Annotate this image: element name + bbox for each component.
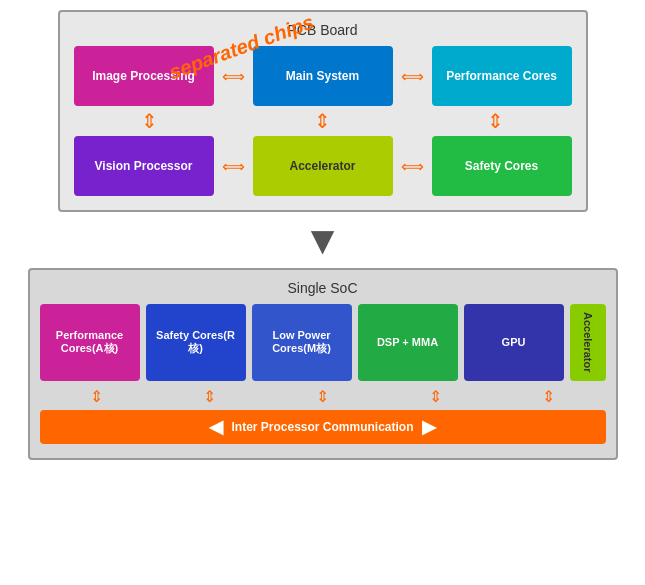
soc-arrows-row: ⇕ ⇕ ⇕ ⇕ ⇕ (40, 385, 606, 408)
ipc-bar: ◀ Inter Processor Communication ▶ (40, 410, 606, 444)
chip-image-processing: Image Processing (74, 46, 214, 106)
ipc-arrow-left: ◀ (209, 416, 223, 438)
chip-main-system: Main System (253, 46, 393, 106)
soc-chip-lowpower: Low Power Cores(M核) (252, 304, 352, 381)
arrow-down-2: ⇕ (246, 109, 399, 133)
chip-vision-processor: Vision Processor (74, 136, 214, 196)
arrow-h-4: ⟺ (401, 157, 424, 176)
soc-chip-accelerator: Accelerator (570, 304, 606, 381)
soc-arrow-3: ⇕ (316, 387, 329, 406)
pcb-title: PCB Board (74, 22, 572, 38)
soc-chip-safety: Safety Cores(R核) (146, 304, 246, 381)
chip-safety-cores: Safety Cores (432, 136, 572, 196)
soc-arrow-4: ⇕ (429, 387, 442, 406)
soc-arrow-1: ⇕ (90, 387, 103, 406)
chip-performance-cores: Performance Cores (432, 46, 572, 106)
ipc-arrow-right: ▶ (422, 416, 436, 438)
arrow-h-2: ⟺ (401, 67, 424, 86)
chip-accelerator: Accelerator (253, 136, 393, 196)
arrow-down-1: ⇕ (74, 109, 227, 133)
arrow-h-1: ⟺ (222, 67, 245, 86)
ipc-label: Inter Processor Communication (231, 420, 413, 434)
soc-chip-gpu: GPU (464, 304, 564, 381)
single-soc-container: Single SoC Performance Cores(A核) Safety … (28, 268, 618, 460)
soc-arrow-2: ⇕ (203, 387, 216, 406)
arrow-h-3: ⟺ (222, 157, 245, 176)
soc-chips-row: Performance Cores(A核) Safety Cores(R核) L… (40, 304, 606, 381)
arrow-down-3: ⇕ (419, 109, 572, 133)
soc-chip-performance: Performance Cores(A核) (40, 304, 140, 381)
pcb-board-container: PCB Board separated chips Image Processi… (58, 10, 588, 212)
big-down-arrow: ▼ (303, 220, 343, 260)
soc-arrow-5: ⇕ (542, 387, 555, 406)
soc-chip-dsp: DSP + MMA (358, 304, 458, 381)
soc-title: Single SoC (40, 280, 606, 296)
